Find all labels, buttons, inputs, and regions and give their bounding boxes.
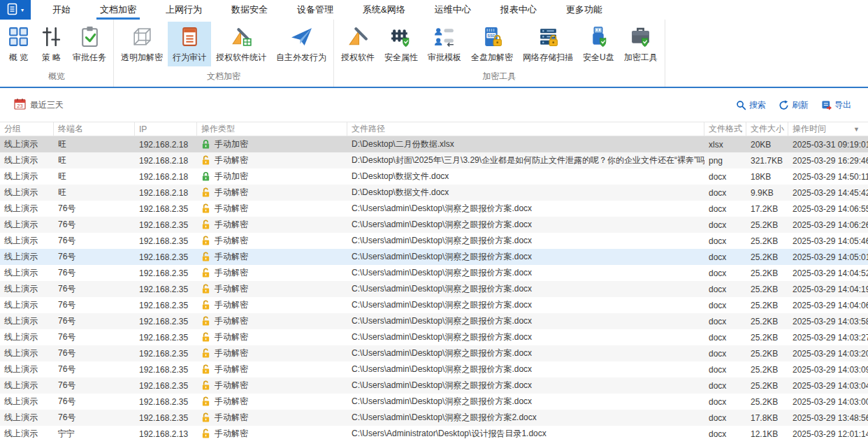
cell-time: 2025-03-29 14:03:20 — [788, 349, 868, 359]
ribbon-button[interactable]: 网络存储扫描 — [518, 22, 578, 66]
column-header[interactable]: 操作类型 — [197, 122, 347, 136]
cell-size: 25.2KB — [746, 236, 788, 246]
ribbon-tab[interactable]: 文档加密 — [85, 0, 151, 20]
column-header[interactable]: 终端名 — [54, 122, 135, 136]
table-row[interactable]: 线上演示旺192.168.2.18手动加密D:\Desktop\数据文件.doc… — [0, 168, 868, 185]
ribbon-tab[interactable]: 系统&网络 — [348, 0, 420, 20]
table-row[interactable]: 线上演示76号192.168.2.35手动解密C:\Users\admin\De… — [0, 217, 868, 233]
cell-path: C:\Users\Administrator\Desktop\设计报告目录1.d… — [347, 428, 704, 440]
date-range-filter[interactable]: 23 最近三天 — [14, 98, 64, 112]
table-row[interactable]: 线上演示76号192.168.2.35手动解密C:\Users\admin\De… — [0, 361, 868, 377]
ribbon-button[interactable]: 自主外发行为 — [271, 22, 331, 66]
table-row[interactable]: 线上演示76号192.168.2.35手动解密C:\Users\admin\De… — [0, 394, 868, 410]
ribbon-button[interactable]: 授权软件 — [336, 22, 379, 66]
table-row[interactable]: 线上演示76号192.168.2.35手动解密C:\Users\admin\De… — [0, 233, 868, 249]
operation-label: 手动解密 — [215, 396, 248, 408]
ribbon-button[interactable]: 策 略 — [35, 22, 68, 66]
column-header[interactable]: 分组 — [0, 122, 54, 136]
operation-label: 手动解密 — [215, 235, 248, 247]
cell-time: 2025-03-29 14:03:58 — [788, 317, 868, 326]
table-row[interactable]: 线上演示76号192.168.2.35手动解密C:\Users\admin\De… — [0, 329, 868, 345]
operation-label: 手动解密 — [215, 412, 248, 424]
column-header[interactable]: 文件路径 — [347, 122, 704, 136]
operation-label: 手动解密 — [215, 331, 248, 343]
ribbon-button[interactable]: 安全属性 — [379, 22, 423, 66]
column-header[interactable]: IP — [135, 122, 197, 136]
ribbon-tab[interactable]: 上网行为 — [151, 0, 217, 20]
ribbon-button[interactable]: SSD全盘加解密 — [466, 22, 518, 66]
cell-terminal: 76号 — [54, 347, 135, 359]
ribbon-button-label: 加密工具 — [624, 52, 658, 64]
ribbon-tab[interactable]: 数据安全 — [217, 0, 282, 20]
app-menu-button[interactable]: ▾ — [0, 0, 31, 20]
search-button[interactable]: 搜索 — [736, 99, 766, 111]
table-row[interactable]: 线上演示旺192.168.2.18手动解密D:\Desktop\封面\2025年… — [0, 152, 868, 168]
cell-operation: 手动解密 — [197, 203, 347, 215]
table-row[interactable]: 线上演示旺192.168.2.18手动解密D:\Desktop\数据文件.doc… — [0, 185, 868, 201]
export-button[interactable]: 导出 — [821, 99, 851, 111]
cell-format: docx — [704, 220, 746, 230]
cell-operation: 手动解密 — [197, 331, 347, 343]
column-header[interactable]: 文件格式 — [704, 122, 746, 136]
action-label: 刷新 — [792, 99, 809, 111]
table-row[interactable]: 线上演示76号192.168.2.35手动解密C:\Users\admin\De… — [0, 201, 868, 217]
table-row[interactable]: 线上演示76号192.168.2.35手动解密C:\Users\admin\De… — [0, 313, 868, 329]
cell-format: docx — [704, 397, 746, 407]
transparent-crypto-icon — [131, 25, 154, 48]
cell-format: docx — [704, 333, 746, 343]
secure-usb-icon — [587, 25, 610, 48]
table-row[interactable]: 线上演示76号192.168.2.35手动解密C:\Users\admin\De… — [0, 297, 868, 313]
cell-path: C:\Users\admin\Desktop\洞察之眼报价方案.docx — [347, 203, 704, 215]
cell-time: 2025-03-29 16:29:46 — [788, 156, 868, 166]
ribbon-button[interactable]: 概 览 — [2, 22, 35, 66]
column-header[interactable]: 文件大小 — [746, 122, 788, 136]
cell-group: 线上演示 — [0, 187, 54, 199]
cell-operation: 手动解密 — [197, 219, 347, 231]
ribbon-button[interactable]: 透明加解密 — [116, 22, 168, 66]
lock-closed-icon — [201, 139, 210, 150]
cell-size: 25.2KB — [746, 220, 788, 230]
cell-format: docx — [704, 365, 746, 375]
ribbon-tab[interactable]: 更多功能 — [551, 0, 617, 20]
table-row[interactable]: 线上演示宁宁192.168.2.13手动解密C:\Users\Administr… — [0, 426, 868, 442]
cell-terminal: 旺 — [54, 154, 135, 166]
ribbon-button[interactable]: 行为审计 — [168, 22, 211, 66]
ribbon-group: 透明加解密行为审计授权软件统计自主外发行为文档加密 — [114, 20, 334, 87]
ribbon-button[interactable]: 审批模板 — [423, 22, 466, 66]
cell-size: 25.2KB — [746, 365, 788, 375]
cell-path: C:\Users\admin\Desktop\洞察之眼报价方案.docx — [347, 299, 704, 311]
ribbon-tab[interactable]: 运维中心 — [420, 0, 486, 20]
column-header[interactable]: 操作时间▼ — [788, 122, 868, 136]
filter-caret-icon[interactable]: ▼ — [853, 126, 864, 133]
table-row[interactable]: 线上演示76号192.168.2.35手动解密C:\Users\admin\De… — [0, 410, 868, 426]
ribbon-button[interactable]: 加密工具 — [619, 22, 663, 66]
cell-time: 2025-03-31 09:19:01 — [788, 140, 868, 150]
cell-terminal: 旺 — [54, 187, 135, 199]
ribbon-button-label: 审批任务 — [73, 52, 106, 64]
column-header-label: 文件大小 — [751, 123, 784, 135]
table-row[interactable]: 线上演示旺192.168.2.18手动加密D:\Desktop\二月份数据.xl… — [0, 136, 868, 152]
table-row[interactable]: 线上演示76号192.168.2.35手动解密C:\Users\admin\De… — [0, 345, 868, 361]
ribbon-tab[interactable]: 开始 — [38, 0, 85, 20]
operation-label: 手动解密 — [215, 283, 248, 295]
cell-group: 线上演示 — [0, 203, 54, 215]
ribbon-button[interactable]: 审批任务 — [68, 22, 111, 66]
refresh-button[interactable]: 刷新 — [779, 99, 809, 111]
cell-group: 线上演示 — [0, 251, 54, 263]
cell-group: 线上演示 — [0, 171, 54, 182]
table-row[interactable]: 线上演示76号192.168.2.35手动解密C:\Users\admin\De… — [0, 377, 868, 394]
table-row[interactable]: 线上演示76号192.168.2.35手动解密C:\Users\admin\De… — [0, 281, 868, 297]
ribbon-button[interactable]: 安全U盘 — [578, 22, 619, 66]
cell-operation: 手动解密 — [197, 364, 347, 375]
cell-ip: 192.168.2.35 — [135, 252, 197, 262]
ribbon-tab[interactable]: 设备管理 — [282, 0, 348, 20]
cell-format: docx — [704, 317, 746, 326]
table-row[interactable]: 线上演示76号192.168.2.35手动解密C:\Users\admin\De… — [0, 265, 868, 281]
ribbon-tab[interactable]: 报表中心 — [486, 0, 551, 20]
cell-operation: 手动解密 — [197, 154, 347, 166]
ribbon-button[interactable]: 授权软件统计 — [211, 22, 271, 66]
cell-group: 线上演示 — [0, 299, 54, 311]
cell-format: docx — [704, 429, 746, 439]
cell-ip: 192.168.2.13 — [135, 429, 197, 439]
table-row[interactable]: 线上演示76号192.168.2.35手动解密C:\Users\admin\De… — [0, 249, 868, 265]
